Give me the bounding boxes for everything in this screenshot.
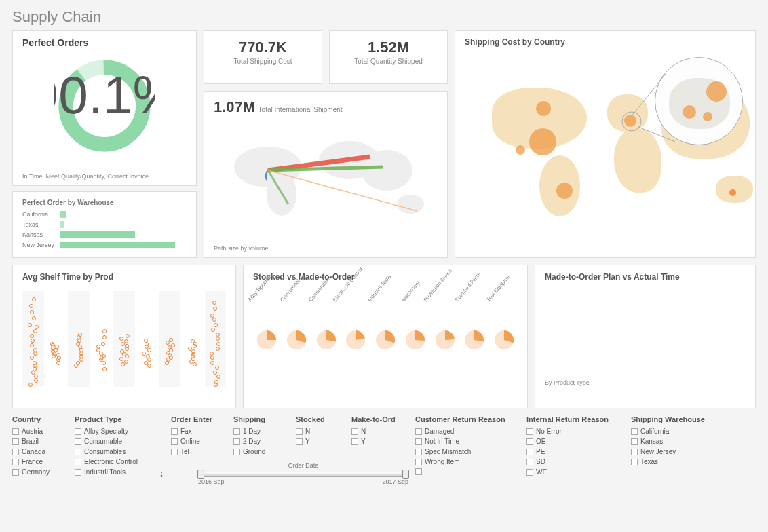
stocked-option[interactable]: N [296,428,342,435]
checkbox-icon[interactable] [171,428,178,435]
checkbox-icon[interactable] [351,428,358,435]
checkbox-icon[interactable] [351,438,358,445]
ship-warehouse-option[interactable]: Kansas [631,438,719,445]
pie-item[interactable]: Machinery [404,329,426,354]
pie-item[interactable]: Consumables [315,329,337,354]
checkbox-icon[interactable] [526,428,533,435]
product-type-option[interactable]: Industril Tools [75,468,161,476]
checkbox-icon[interactable] [631,428,638,435]
intl-shipment-flowmap[interactable] [214,116,438,231]
scroll-down-icon[interactable]: ⇣ [159,471,164,478]
internal-return-option[interactable]: OE [526,438,621,445]
checkbox-icon[interactable] [296,438,303,445]
make-to-ord-option[interactable]: Y [351,438,406,445]
shipping-option[interactable]: 1 Day [233,428,286,435]
pie-item[interactable]: Protection Gears [434,329,456,354]
checkbox-icon[interactable] [631,459,638,466]
ship-warehouse-option[interactable]: New Jersey [631,448,719,455]
checkbox-icon[interactable] [631,449,638,455]
order-enter-option[interactable]: Online [171,438,224,445]
shipping-option[interactable]: 2 Day [233,438,286,445]
pie-item[interactable]: Consumable [286,329,307,354]
return-reason-option[interactable] [415,468,517,475]
checkbox-icon[interactable] [526,459,533,466]
warehouse-bar-row[interactable]: Kansas [22,229,187,240]
shelf-time-stripplot[interactable] [22,286,226,387]
product-type-option[interactable]: Alloy Specialty [75,428,161,435]
checkbox-icon[interactable] [233,428,240,435]
pie-item[interactable]: Electronic Control [345,329,366,354]
warehouse-bar [60,231,135,238]
checkbox-icon[interactable] [526,469,533,476]
checkbox-icon[interactable] [415,438,422,445]
internal-return-option[interactable]: No Error [526,428,621,435]
internal-return-option[interactable]: WE [526,468,621,476]
order-enter-option[interactable]: Tel [171,448,224,455]
shipping-cost-map-title: Shipping Cost by Country [465,37,746,47]
checkbox-icon[interactable] [12,459,19,466]
checkbox-icon[interactable] [415,459,422,466]
order-enter-option[interactable]: Fax [171,428,224,435]
pie-item[interactable]: Alloy Specialty [256,329,277,354]
stocked-option[interactable]: Y [296,438,342,445]
country-option[interactable]: Austria [12,428,65,435]
product-type-option[interactable]: Electronic Control [75,458,161,466]
checkbox-icon[interactable] [296,428,303,435]
warehouse-bar-row[interactable]: Texas [22,219,187,229]
shipping-cost-worldmap[interactable] [465,47,746,244]
pie-label: Machinery [400,280,421,303]
checkbox-icon[interactable] [75,449,81,455]
pie-icon [315,329,337,351]
checkbox-icon[interactable] [171,449,178,455]
pie-item[interactable]: Test Equipme [493,329,515,354]
country-option[interactable]: Germany [12,468,65,476]
warehouse-bar-label: Kansas [22,231,60,238]
slider-handle-end[interactable] [402,470,409,479]
checkbox-label: Consumable [84,438,122,445]
checkbox-icon[interactable] [12,449,19,455]
pie-item[interactable]: Standard Parts [463,329,485,354]
internal-return-option[interactable]: PE [526,448,621,455]
checkbox-icon[interactable] [12,469,19,476]
country-option[interactable]: Brazil [12,438,65,445]
perfect-orders-donut[interactable]: 90.1% [54,55,155,157]
kpi-quantity-shipped[interactable]: 1.52M Total Quantity Shipped [329,30,448,84]
return-reason-option[interactable]: Wrong Item [415,458,517,466]
checkbox-icon[interactable] [12,438,19,445]
warehouse-bar-row[interactable]: New Jersey [22,240,187,250]
checkbox-icon[interactable] [171,438,178,445]
checkbox-label: N [361,428,366,435]
checkbox-icon[interactable] [75,459,81,466]
stocked-mto-pies[interactable]: Alloy Specialty Consumable Consumables E… [253,329,518,354]
return-reason-option[interactable]: Not In Time [415,438,517,445]
country-option[interactable]: France [12,458,65,466]
checkbox-icon[interactable] [75,428,81,435]
ship-warehouse-option[interactable]: Texas [631,458,719,466]
checkbox-icon[interactable] [75,469,81,476]
country-option[interactable]: Canada [12,448,65,455]
checkbox-icon[interactable] [233,438,240,445]
checkbox-icon[interactable] [631,438,638,445]
checkbox-icon[interactable] [415,428,422,435]
checkbox-icon[interactable] [415,468,422,475]
return-reason-option[interactable]: Damaged [415,428,517,435]
pie-item[interactable]: Industril Tools [375,329,396,354]
product-type-option[interactable]: Consumable [75,438,161,445]
checkbox-icon[interactable] [12,428,19,435]
checkbox-icon[interactable] [526,449,533,455]
warehouse-bar-row[interactable]: California [22,209,187,219]
checkbox-icon[interactable] [415,449,422,455]
kpi-shipping-cost[interactable]: 770.7K Total Shipping Cost [204,30,322,84]
shipping-option[interactable]: Ground [233,448,286,455]
filter-return-reason-title: Customer Return Reason [415,415,517,423]
checkbox-icon[interactable] [75,438,81,445]
internal-return-option[interactable]: SD [526,458,621,466]
slider-handle-start[interactable] [197,470,204,479]
make-to-ord-option[interactable]: N [351,428,406,435]
product-type-option[interactable]: Consumables [75,448,161,455]
return-reason-option[interactable]: Spec Mismatch [415,448,517,455]
plan-actual-bars[interactable] [545,286,746,374]
checkbox-icon[interactable] [526,438,533,445]
checkbox-icon[interactable] [233,449,240,455]
ship-warehouse-option[interactable]: California [631,428,719,435]
